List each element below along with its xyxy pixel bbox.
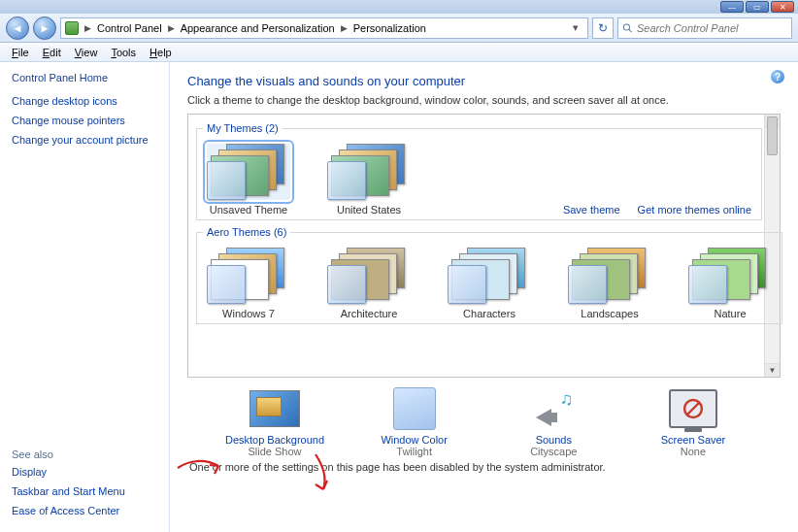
- breadcrumb[interactable]: Personalization: [353, 22, 426, 34]
- theme-caption: Unsaved Theme: [205, 204, 292, 216]
- chevron-right-icon[interactable]: ▶: [339, 23, 349, 33]
- window-titlebar: — ▭ ✕: [0, 0, 798, 14]
- setting-desktop-background[interactable]: Desktop Background Slide Show: [216, 387, 333, 457]
- theme-characters[interactable]: Characters: [446, 248, 533, 319]
- breadcrumb[interactable]: Control Panel: [97, 22, 162, 34]
- search-input[interactable]: [637, 22, 787, 34]
- scroll-down-icon[interactable]: ▼: [765, 363, 780, 377]
- setting-sounds[interactable]: ♫ Sounds Cityscape: [495, 387, 612, 457]
- screen-saver-icon: [669, 389, 717, 428]
- theme-nature[interactable]: Nature: [686, 248, 774, 319]
- theme-caption: Windows 7: [205, 308, 292, 319]
- chevron-right-icon[interactable]: ▶: [83, 23, 93, 33]
- theme-caption: Landscapes: [566, 308, 653, 319]
- theme-windows7[interactable]: Windows 7: [205, 248, 292, 319]
- save-theme-link[interactable]: Save theme: [563, 204, 620, 216]
- sidebar-link-mouse-pointers[interactable]: Change mouse pointers: [12, 115, 157, 126]
- search-icon: [622, 22, 633, 34]
- see-also-display[interactable]: Display: [12, 466, 157, 478]
- theme-united-states[interactable]: United States: [325, 144, 413, 216]
- refresh-button[interactable]: ↻: [592, 17, 614, 39]
- group-legend: My Themes (2): [203, 122, 283, 134]
- svg-line-3: [686, 403, 699, 416]
- sidebar-link-account-picture[interactable]: Change your account picture: [12, 134, 157, 146]
- see-also-ease-of-access[interactable]: Ease of Access Center: [12, 505, 157, 516]
- desktop-background-icon: [249, 390, 300, 427]
- see-also-taskbar[interactable]: Taskbar and Start Menu: [12, 485, 157, 497]
- control-panel-home-link[interactable]: Control Panel Home: [12, 72, 157, 83]
- theme-caption: Architecture: [325, 308, 413, 319]
- setting-label[interactable]: Screen Saver: [635, 434, 751, 446]
- sidebar-link-desktop-icons[interactable]: Change desktop icons: [12, 95, 157, 107]
- menu-tools[interactable]: Tools: [105, 45, 142, 60]
- themes-listbox: ▲ ▼ My Themes (2) Unsaved Theme United S…: [187, 114, 781, 378]
- theme-landscapes[interactable]: Landscapes: [566, 248, 653, 319]
- minimize-button[interactable]: —: [720, 1, 744, 13]
- get-more-themes-link[interactable]: Get more themes online: [638, 204, 751, 216]
- theme-unsaved[interactable]: Unsaved Theme: [205, 144, 292, 216]
- setting-value: None: [635, 446, 751, 457]
- page-subtitle: Click a theme to change the desktop back…: [187, 94, 781, 106]
- sounds-icon: ♫: [532, 389, 575, 428]
- group-legend: Aero Themes (6): [203, 226, 290, 238]
- personalization-settings-row: Desktop Background Slide Show Window Col…: [187, 378, 781, 459]
- search-box[interactable]: [617, 17, 792, 39]
- setting-label[interactable]: Sounds: [495, 434, 612, 446]
- chevron-right-icon[interactable]: ▶: [166, 23, 177, 33]
- navigation-toolbar: ◄ ► ▶ Control Panel ▶ Appearance and Per…: [0, 14, 798, 43]
- theme-caption: United States: [325, 204, 413, 216]
- main-content: ? Change the visuals and sounds on your …: [170, 62, 798, 532]
- admin-disabled-note: One or more of the settings on this page…: [187, 459, 781, 473]
- address-bar[interactable]: ▶ Control Panel ▶ Appearance and Persona…: [60, 17, 588, 39]
- window-color-icon: [393, 387, 436, 430]
- svg-line-1: [629, 29, 632, 32]
- setting-value: Twilight: [356, 446, 473, 457]
- menu-help[interactable]: Help: [144, 45, 178, 60]
- page-title: Change the visuals and sounds on your co…: [187, 74, 781, 88]
- see-also-label: See also: [12, 449, 157, 460]
- address-dropdown-icon[interactable]: ▾: [568, 21, 583, 34]
- theme-architecture[interactable]: Architecture: [325, 248, 413, 319]
- setting-value: Slide Show: [216, 446, 333, 457]
- forward-button[interactable]: ►: [33, 17, 56, 40]
- menu-edit[interactable]: Edit: [37, 45, 67, 60]
- breadcrumb[interactable]: Appearance and Personalization: [181, 22, 335, 34]
- setting-label[interactable]: Desktop Background: [216, 434, 333, 446]
- setting-value: Cityscape: [495, 446, 612, 457]
- theme-group-aero: Aero Themes (6) Windows 7 Architecture C…: [196, 226, 782, 324]
- sidebar: Control Panel Home Change desktop icons …: [0, 62, 170, 532]
- theme-caption: Characters: [446, 308, 533, 319]
- menu-file[interactable]: File: [6, 45, 35, 60]
- maximize-button[interactable]: ▭: [746, 1, 769, 13]
- close-button[interactable]: ✕: [771, 1, 794, 13]
- theme-group-my-themes: My Themes (2) Unsaved Theme United State…: [196, 122, 762, 220]
- theme-caption: Nature: [686, 308, 774, 319]
- control-panel-icon: [65, 21, 79, 35]
- menu-view[interactable]: View: [69, 45, 104, 60]
- setting-label[interactable]: Window Color: [356, 434, 473, 446]
- svg-point-0: [623, 23, 629, 29]
- setting-screen-saver[interactable]: Screen Saver None: [635, 387, 751, 457]
- scroll-thumb[interactable]: [767, 116, 778, 155]
- setting-window-color[interactable]: Window Color Twilight: [356, 387, 473, 457]
- back-button[interactable]: ◄: [6, 17, 29, 40]
- help-icon[interactable]: ?: [771, 70, 784, 83]
- menu-bar: File Edit View Tools Help: [0, 43, 798, 62]
